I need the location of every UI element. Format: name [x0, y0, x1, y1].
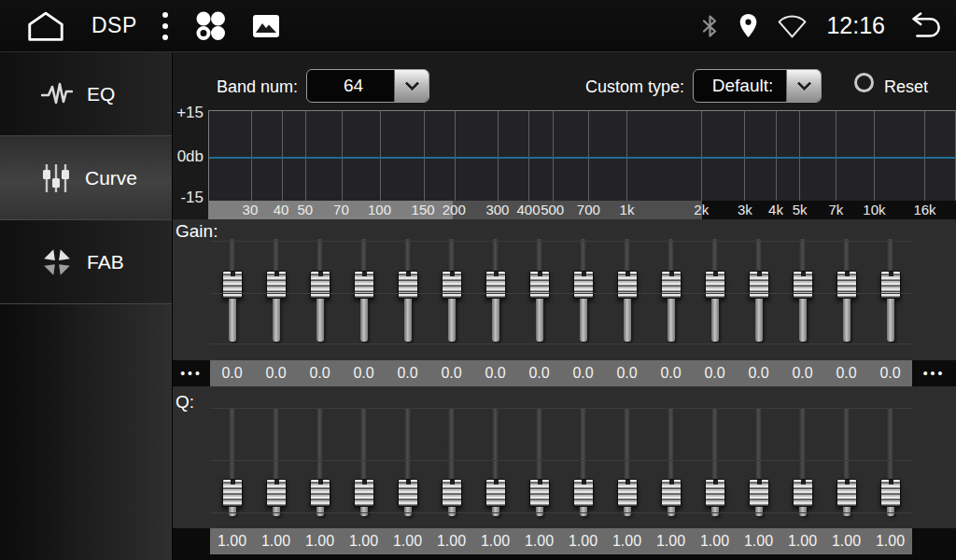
gain-slider[interactable]: [429, 233, 473, 357]
gain-slider[interactable]: [605, 233, 649, 357]
slider-knob[interactable]: [529, 479, 550, 507]
slider-rail-bottom[interactable]: [360, 507, 368, 516]
gallery-icon[interactable]: [252, 14, 280, 38]
q-slider[interactable]: [868, 403, 912, 523]
gain-slider[interactable]: [693, 233, 737, 357]
slider-rail-top[interactable]: [228, 239, 236, 271]
slider-rail-top[interactable]: [579, 239, 587, 271]
slider-knob[interactable]: [661, 271, 682, 299]
slider-rail-bottom[interactable]: [711, 299, 719, 342]
slider-rail-top[interactable]: [447, 408, 456, 479]
slider-rail-bottom[interactable]: [229, 507, 236, 516]
q-slider[interactable]: [780, 403, 824, 523]
slider-knob[interactable]: [485, 479, 506, 507]
gain-slider[interactable]: [561, 233, 605, 357]
custom-type-dropdown[interactable]: Default:: [693, 69, 822, 103]
q-slider[interactable]: [254, 403, 298, 523]
slider-rail-top[interactable]: [798, 239, 807, 271]
gain-slider[interactable]: [386, 233, 429, 357]
slider-knob[interactable]: [310, 479, 330, 507]
slider-rail-bottom[interactable]: [668, 507, 675, 516]
slider-knob[interactable]: [793, 479, 813, 507]
slider-rail-bottom[interactable]: [799, 299, 807, 342]
back-arrow-icon[interactable]: [904, 12, 943, 39]
reset-radio[interactable]: [854, 73, 874, 92]
q-slider[interactable]: [693, 403, 737, 523]
slider-knob[interactable]: [310, 271, 330, 299]
slider-knob[interactable]: [793, 271, 813, 299]
slider-knob[interactable]: [398, 479, 418, 507]
slider-rail-bottom[interactable]: [273, 299, 280, 342]
q-slider[interactable]: [473, 403, 517, 523]
slider-knob[interactable]: [880, 271, 901, 299]
slider-rail-top[interactable]: [403, 239, 412, 271]
q-slider[interactable]: [342, 403, 386, 523]
gain-slider[interactable]: [649, 233, 693, 357]
slider-rail-top[interactable]: [403, 408, 412, 479]
slider-rail-top[interactable]: [447, 239, 456, 271]
gain-slider[interactable]: [254, 233, 298, 357]
gain-slider[interactable]: [517, 233, 561, 357]
slider-knob[interactable]: [222, 479, 243, 507]
slider-knob[interactable]: [354, 271, 374, 299]
slider-rail-top[interactable]: [842, 408, 851, 479]
slider-knob[interactable]: [573, 479, 594, 507]
slider-rail-top[interactable]: [579, 408, 587, 479]
gain-slider[interactable]: [780, 233, 824, 357]
q-slider[interactable]: [824, 403, 868, 523]
sidebar-item-fab[interactable]: FAB: [0, 220, 172, 304]
slider-rail-bottom[interactable]: [536, 507, 543, 516]
slider-knob[interactable]: [398, 271, 418, 299]
chevron-down-icon[interactable]: [786, 70, 821, 102]
sidebar-item-eq[interactable]: EQ: [0, 52, 172, 136]
slider-knob[interactable]: [661, 479, 682, 507]
slider-rail-bottom[interactable]: [536, 299, 543, 342]
slider-knob[interactable]: [485, 271, 506, 299]
slider-knob[interactable]: [266, 271, 287, 299]
slider-rail-top[interactable]: [754, 408, 763, 479]
gain-slider[interactable]: [473, 233, 517, 357]
gain-slider[interactable]: [298, 233, 342, 357]
gain-more-left-button[interactable]: •••: [173, 360, 210, 386]
slider-rail-bottom[interactable]: [624, 299, 631, 342]
q-slider[interactable]: [649, 403, 693, 523]
slider-rail-top[interactable]: [623, 239, 631, 271]
slider-rail-top[interactable]: [359, 408, 368, 479]
slider-rail-bottom[interactable]: [711, 507, 719, 516]
slider-knob[interactable]: [836, 271, 857, 299]
slider-rail-bottom[interactable]: [624, 507, 631, 516]
q-more-right-button[interactable]: [912, 528, 956, 554]
slider-knob[interactable]: [705, 479, 725, 507]
slider-knob[interactable]: [880, 479, 901, 507]
slider-rail-top[interactable]: [316, 408, 324, 479]
gain-slider[interactable]: [824, 233, 868, 357]
slider-rail-bottom[interactable]: [229, 299, 236, 342]
slider-rail-bottom[interactable]: [316, 299, 324, 342]
slider-rail-bottom[interactable]: [668, 299, 675, 342]
chevron-down-icon[interactable]: [394, 70, 429, 102]
slider-rail-bottom[interactable]: [843, 299, 851, 342]
slider-knob[interactable]: [617, 479, 638, 507]
slider-rail-bottom[interactable]: [755, 507, 763, 516]
slider-rail-bottom[interactable]: [404, 299, 412, 342]
slider-rail-bottom[interactable]: [580, 507, 587, 516]
slider-knob[interactable]: [617, 271, 638, 299]
slider-rail-top[interactable]: [886, 239, 894, 271]
slider-rail-top[interactable]: [710, 239, 719, 271]
slider-rail-top[interactable]: [754, 239, 763, 271]
slider-knob[interactable]: [266, 479, 287, 507]
q-more-left-button[interactable]: [173, 528, 210, 554]
q-slider[interactable]: [605, 403, 649, 523]
slider-rail-bottom[interactable]: [799, 507, 807, 516]
slider-knob[interactable]: [442, 271, 462, 299]
slider-knob[interactable]: [222, 271, 243, 299]
gain-more-right-button[interactable]: •••: [912, 360, 956, 386]
slider-rail-top[interactable]: [667, 239, 675, 271]
gain-slider[interactable]: [737, 233, 780, 357]
slider-rail-bottom[interactable]: [360, 299, 368, 342]
slider-rail-bottom[interactable]: [755, 299, 763, 342]
slider-rail-bottom[interactable]: [843, 507, 851, 516]
slider-rail-bottom[interactable]: [887, 507, 894, 516]
q-slider[interactable]: [210, 403, 254, 523]
band-num-dropdown[interactable]: 64: [306, 69, 429, 103]
